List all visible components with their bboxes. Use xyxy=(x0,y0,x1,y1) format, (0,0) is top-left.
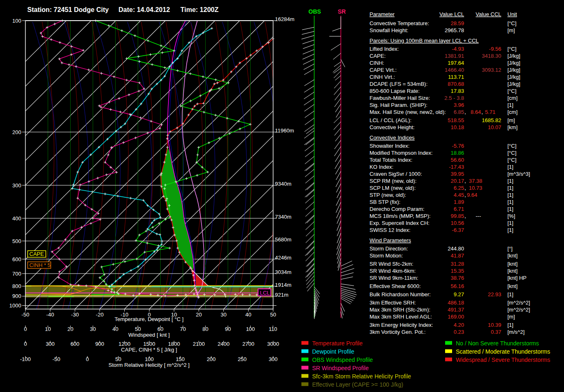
svg-text:[1]: [1] xyxy=(507,227,513,233)
svg-text:,: , xyxy=(464,178,466,184)
svg-text:Max 3km SRH (Sfc-2km):: Max 3km SRH (Sfc-2km): xyxy=(370,307,430,313)
svg-text:[knt]: [knt] xyxy=(507,283,518,289)
svg-text:6.85: 6.85 xyxy=(454,109,464,115)
svg-text:30: 30 xyxy=(220,312,226,318)
svg-text:CAPE: CAPE xyxy=(29,251,44,257)
svg-text:SR Wind Sfc-2km:: SR Wind Sfc-2km: xyxy=(370,261,413,267)
svg-text:300: 300 xyxy=(46,341,55,347)
svg-text:99.85: 99.85 xyxy=(450,213,464,219)
svg-text:Convective Indices: Convective Indices xyxy=(370,135,415,141)
svg-text:[1]: [1] xyxy=(507,291,513,298)
svg-text:16284m: 16284m xyxy=(275,16,294,22)
svg-text:Fawbush-Miller Hail Size:: Fawbush-Miller Hail Size: xyxy=(370,95,430,101)
svg-text:1500: 1500 xyxy=(143,341,155,347)
svg-text:Sfc-3km Storm Relative Helicit: Sfc-3km Storm Relative Helicity Profile xyxy=(312,373,411,380)
svg-text:KO Index:: KO Index: xyxy=(370,164,393,170)
svg-text:Temperature, Dewpoint [ °C ]: Temperature, Dewpoint [ °C ] xyxy=(114,316,183,322)
svg-text:[m^3/s^3]: [m^3/s^3] xyxy=(507,171,530,177)
svg-text:-30: -30 xyxy=(71,312,79,318)
svg-text:Parameter: Parameter xyxy=(370,11,395,17)
svg-text:STP (new, old):: STP (new, old): xyxy=(370,192,406,198)
svg-text:200: 200 xyxy=(207,356,216,362)
svg-text:[°C]: [°C] xyxy=(507,150,517,156)
svg-text:-50: -50 xyxy=(21,312,29,318)
svg-text:Sig. Hail Param. (SHIP):: Sig. Hail Param. (SHIP): xyxy=(370,102,427,108)
svg-text:-6.37: -6.37 xyxy=(452,227,464,233)
svg-text:3km Energy Helicity Index:: 3km Energy Helicity Index: xyxy=(370,322,433,328)
svg-text:10.73: 10.73 xyxy=(469,185,482,191)
svg-text:900: 900 xyxy=(95,341,104,347)
svg-text:200: 200 xyxy=(12,129,21,135)
svg-text:CAPE, CINH * 5 [ J/kg ]: CAPE, CINH * 5 [ J/kg ] xyxy=(121,347,177,353)
svg-text:[1]: [1] xyxy=(507,192,513,198)
svg-text:921m: 921m xyxy=(275,292,289,298)
svg-text:[°C]: [°C] xyxy=(507,88,517,94)
svg-text:SR Wind 9km-11km:: SR Wind 9km-11km: xyxy=(370,275,418,281)
svg-text:5.71: 5.71 xyxy=(485,109,495,115)
svg-text:0: 0 xyxy=(24,326,27,332)
svg-text:[1]: [1] xyxy=(507,185,513,191)
svg-text:250: 250 xyxy=(238,356,247,362)
svg-text:---: --- xyxy=(476,213,481,219)
svg-text:22.93: 22.93 xyxy=(488,291,501,298)
svg-text:[1]: [1] xyxy=(507,102,513,108)
svg-text:Parcels: Using 100mB mean laye: Parcels: Using 100mB mean layer LCL + CC… xyxy=(370,38,479,44)
svg-text:40: 40 xyxy=(245,312,251,318)
svg-text:700: 700 xyxy=(12,271,21,277)
svg-text:300: 300 xyxy=(269,356,278,362)
svg-text:10: 10 xyxy=(45,326,51,332)
svg-text:150: 150 xyxy=(176,356,185,362)
svg-text:11960m: 11960m xyxy=(275,128,294,134)
svg-text:Max. Hail Size (new, new2, old: Max. Hail Size (new, new2, old): xyxy=(370,109,446,115)
svg-text:-20: -20 xyxy=(96,312,104,318)
svg-text:197.64: 197.64 xyxy=(448,60,464,66)
svg-text:9.64: 9.64 xyxy=(467,192,477,198)
svg-text:-40: -40 xyxy=(46,312,54,318)
svg-text:50: 50 xyxy=(270,312,276,318)
svg-text:3000: 3000 xyxy=(267,341,279,347)
svg-text:1381.91: 1381.91 xyxy=(445,53,464,59)
svg-text:Showalter Index:: Showalter Index: xyxy=(370,143,410,149)
svg-text:300: 300 xyxy=(12,182,21,189)
svg-text:38.76: 38.76 xyxy=(450,275,464,281)
svg-text:-5.76: -5.76 xyxy=(452,143,464,149)
svg-text:2400: 2400 xyxy=(218,341,230,347)
svg-text:-50: -50 xyxy=(52,356,60,362)
svg-text:1466.40: 1466.40 xyxy=(445,67,464,73)
svg-text:Scattered / Moderate Thunderst: Scattered / Moderate Thunderstorms xyxy=(456,348,550,355)
svg-text:30: 30 xyxy=(90,326,96,332)
svg-text:113.71: 113.71 xyxy=(448,74,464,80)
svg-text:CAPE Virt.:: CAPE Virt.: xyxy=(370,67,397,73)
svg-text:6.71: 6.71 xyxy=(454,206,464,212)
svg-text:100: 100 xyxy=(145,356,154,362)
svg-text:[m]: [m] xyxy=(507,117,515,123)
svg-text:1200: 1200 xyxy=(118,341,130,347)
svg-text:41.87: 41.87 xyxy=(450,253,464,259)
svg-text:-4.93: -4.93 xyxy=(452,46,464,52)
svg-text:Unit: Unit xyxy=(507,11,517,17)
svg-text:1914m: 1914m xyxy=(275,282,291,288)
svg-text:Effective Shear 6000:: Effective Shear 6000: xyxy=(370,283,421,289)
svg-text:56.60: 56.60 xyxy=(450,157,464,163)
svg-text:Wind Parameters: Wind Parameters xyxy=(370,237,411,243)
svg-text:,: , xyxy=(481,109,483,115)
svg-text:20: 20 xyxy=(67,326,73,332)
svg-text:[1]: [1] xyxy=(507,178,513,184)
svg-text:600: 600 xyxy=(71,341,80,347)
svg-text:MCS 18m/s (MMP, MSP):: MCS 18m/s (MMP, MSP): xyxy=(370,213,431,219)
svg-text:491.37: 491.37 xyxy=(448,307,464,313)
svg-text:Value CCL: Value CCL xyxy=(476,11,501,17)
svg-text:Temperature Profile: Temperature Profile xyxy=(312,340,363,347)
svg-text:100: 100 xyxy=(12,18,21,24)
svg-text:Storm Direction:: Storm Direction: xyxy=(370,246,408,252)
svg-text:50: 50 xyxy=(135,326,141,332)
svg-text:31.28: 31.28 xyxy=(450,261,464,267)
svg-text:870.68: 870.68 xyxy=(448,81,464,87)
svg-text:Lifted Index:: Lifted Index: xyxy=(370,46,399,52)
svg-text:[J/kg]: [J/kg] xyxy=(507,60,520,66)
svg-text:[°C]: [°C] xyxy=(507,46,517,52)
svg-text:-17.43: -17.43 xyxy=(449,164,464,170)
svg-text:,: , xyxy=(464,213,466,219)
svg-text:[1]: [1] xyxy=(507,206,513,212)
svg-text:37.38: 37.38 xyxy=(469,178,482,184)
